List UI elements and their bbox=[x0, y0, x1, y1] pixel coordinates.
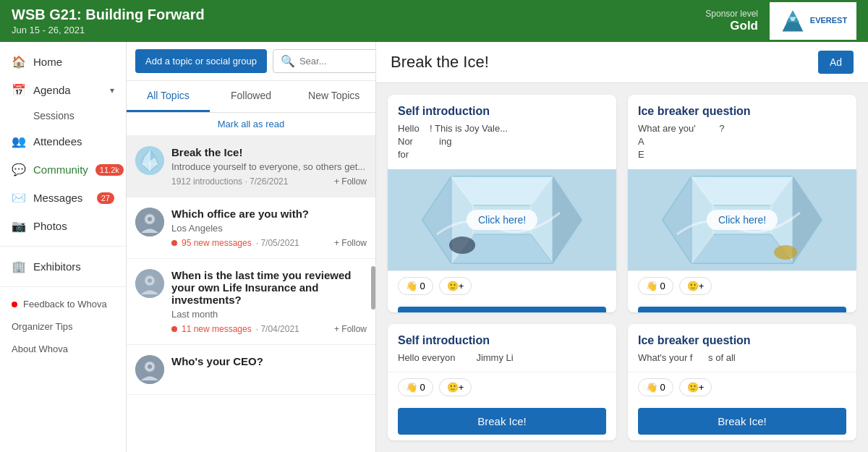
sidebar-item-agenda[interactable]: 📅 Agenda ▾ bbox=[0, 76, 126, 104]
home-icon: 🏠 bbox=[12, 55, 26, 69]
feed-card-image[interactable]: Click here! bbox=[388, 169, 616, 270]
feed-card-title: Ice breaker question bbox=[638, 105, 846, 118]
topics-tabs: All Topics Followed New Topics bbox=[127, 81, 375, 113]
topics-panel: Add a topic or social group 🔍 All Topics… bbox=[127, 42, 376, 452]
search-icon: 🔍 bbox=[281, 54, 295, 68]
feed-card-footer: 👋 0 🙂+ bbox=[388, 270, 616, 301]
feed-card: Self introduction Hello everyon Jimmy Li… bbox=[388, 324, 616, 440]
feed-header: Break the Ice! Ad bbox=[376, 42, 868, 83]
topic-avatar bbox=[135, 208, 164, 236]
sponsor-info: Sponsor level Gold bbox=[705, 9, 758, 33]
follow-button[interactable]: + Follow bbox=[334, 238, 367, 248]
feed-card-body: Ice breaker question What are you' ?AE bbox=[628, 95, 856, 169]
tab-all-topics[interactable]: All Topics bbox=[127, 81, 210, 112]
tab-new-topics[interactable]: New Topics bbox=[292, 81, 375, 112]
follow-button[interactable]: + Follow bbox=[334, 176, 367, 187]
topics-toolbar: Add a topic or social group 🔍 bbox=[127, 42, 375, 81]
sidebar-item-organizer-tips[interactable]: Organizer Tips bbox=[0, 315, 126, 338]
topic-item[interactable]: Break the Ice! Introduce yourself to eve… bbox=[127, 136, 375, 197]
topics-list: Break the Ice! Introduce yourself to eve… bbox=[127, 136, 375, 452]
sidebar-item-about[interactable]: About Whova bbox=[0, 338, 126, 360]
add-emoji-button[interactable]: 🙂+ bbox=[439, 277, 472, 295]
topic-avatar bbox=[135, 355, 164, 384]
topic-item[interactable]: Which office are you with? Los Angeles 9… bbox=[127, 197, 375, 259]
sidebar-item-exhibitors[interactable]: 🏢 Exhibitors bbox=[0, 252, 126, 281]
content-area: Add a topic or social group 🔍 All Topics… bbox=[127, 42, 868, 452]
topic-content: When is the last time you reviewed your … bbox=[171, 269, 367, 334]
break-ice-button[interactable]: Break Ice! bbox=[398, 408, 606, 435]
sidebar-divider-2 bbox=[0, 286, 126, 287]
event-dates: Jun 15 - 26, 2021 bbox=[12, 25, 705, 35]
scrollbar[interactable] bbox=[371, 266, 375, 310]
sponsor-label: Sponsor level bbox=[705, 9, 758, 19]
topic-item[interactable]: When is the last time you reviewed your … bbox=[127, 259, 375, 345]
topic-title: Break the Ice! bbox=[171, 146, 367, 158]
add-emoji-button[interactable]: 🙂+ bbox=[439, 378, 472, 396]
feed-card-image[interactable]: Click here! bbox=[628, 169, 856, 270]
feed-card-text: Hello ! This is Joy Vale...Nor ingfor bbox=[398, 122, 606, 162]
main-layout: 🏠 Home 📅 Agenda ▾ Sessions 👥 Attendees 💬… bbox=[0, 42, 868, 452]
sidebar-item-community[interactable]: 💬 Community 11.2k bbox=[0, 155, 126, 184]
welcome-button[interactable]: 👋 0 bbox=[638, 378, 673, 396]
topic-content: Which office are you with? Los Angeles 9… bbox=[171, 208, 367, 248]
topic-meta: 11 new messages · 7/04/2021 + Follow bbox=[171, 324, 367, 334]
sidebar-item-label: Photos bbox=[33, 220, 67, 232]
logo-text: EVEREST bbox=[810, 16, 847, 25]
topic-location: Last month bbox=[171, 309, 367, 320]
sidebar-item-label: Exhibitors bbox=[33, 260, 81, 273]
topic-location: Los Angeles bbox=[171, 223, 367, 234]
svg-point-10 bbox=[148, 217, 152, 221]
welcome-button[interactable]: 👋 0 bbox=[398, 378, 433, 396]
feed-card-text: What's your f s of all bbox=[638, 351, 846, 364]
welcome-button[interactable]: 👋 0 bbox=[398, 277, 433, 295]
search-input[interactable] bbox=[299, 56, 376, 67]
sidebar-item-sessions[interactable]: Sessions bbox=[0, 104, 126, 127]
notification-dot bbox=[12, 302, 17, 307]
topic-desc: Introduce yourself to everyone, so other… bbox=[171, 161, 367, 172]
sidebar-item-messages[interactable]: ✉️ Messages 27 bbox=[0, 184, 126, 212]
topic-content: Break the Ice! Introduce yourself to eve… bbox=[171, 146, 367, 187]
sidebar-item-home[interactable]: 🏠 Home bbox=[0, 48, 126, 76]
topic-content: Who's your CEO? bbox=[171, 355, 367, 370]
click-here-overlay[interactable]: Click here! bbox=[707, 210, 778, 230]
sidebar-divider bbox=[0, 246, 126, 247]
add-emoji-button[interactable]: 🙂+ bbox=[679, 277, 712, 295]
feed-card-footer: 👋 0 🙂+ bbox=[628, 372, 856, 402]
mountain-icon bbox=[780, 8, 806, 34]
sidebar-item-attendees[interactable]: 👥 Attendees bbox=[0, 127, 126, 155]
feed-card-body: Self introduction Hello ! This is Joy Va… bbox=[388, 95, 616, 169]
messages-icon: ✉️ bbox=[12, 191, 26, 205]
main-feed: Break the Ice! Ad Self introduction Hell… bbox=[376, 42, 868, 452]
add-post-button[interactable]: Ad bbox=[818, 51, 854, 74]
svg-point-28 bbox=[449, 236, 475, 254]
add-topic-button[interactable]: Add a topic or social group bbox=[135, 49, 267, 73]
break-ice-button[interactable]: Break Ice! bbox=[638, 307, 846, 312]
search-box: 🔍 bbox=[273, 49, 376, 73]
sidebar-item-label: Home bbox=[33, 56, 62, 68]
sponsor-logo: EVEREST bbox=[770, 2, 856, 40]
mark-all-read-button[interactable]: Mark all as read bbox=[127, 113, 375, 136]
event-title: WSB G21: Building Forward bbox=[12, 7, 705, 23]
community-icon: 💬 bbox=[12, 163, 26, 176]
tab-followed[interactable]: Followed bbox=[210, 81, 293, 112]
break-ice-button[interactable]: Break Ice! bbox=[398, 307, 606, 312]
attendees-icon: 👥 bbox=[12, 135, 26, 148]
welcome-button[interactable]: 👋 0 bbox=[638, 277, 673, 295]
sidebar-item-label: Community bbox=[33, 163, 88, 176]
follow-button[interactable]: + Follow bbox=[334, 324, 367, 334]
feed-card-body: Self introduction Hello everyon Jimmy Li bbox=[388, 324, 616, 372]
feed-title: Break the Ice! bbox=[391, 53, 489, 72]
sidebar-item-feedback[interactable]: Feedback to Whova bbox=[0, 293, 126, 315]
topic-item[interactable]: Who's your CEO? bbox=[127, 345, 375, 395]
svg-point-40 bbox=[774, 245, 797, 260]
messages-badge: 27 bbox=[97, 192, 114, 204]
new-message-dot bbox=[171, 240, 177, 246]
add-emoji-button[interactable]: 🙂+ bbox=[679, 378, 712, 396]
chevron-down-icon: ▾ bbox=[110, 85, 114, 95]
topic-meta: 95 new messages · 7/05/2021 + Follow bbox=[171, 238, 367, 248]
event-title-block: WSB G21: Building Forward Jun 15 - 26, 2… bbox=[12, 7, 705, 35]
sidebar-item-photos[interactable]: 📷 Photos bbox=[0, 212, 126, 240]
click-here-overlay[interactable]: Click here! bbox=[467, 210, 537, 230]
topic-avatar bbox=[135, 146, 164, 175]
break-ice-button[interactable]: Break Ice! bbox=[638, 408, 846, 435]
